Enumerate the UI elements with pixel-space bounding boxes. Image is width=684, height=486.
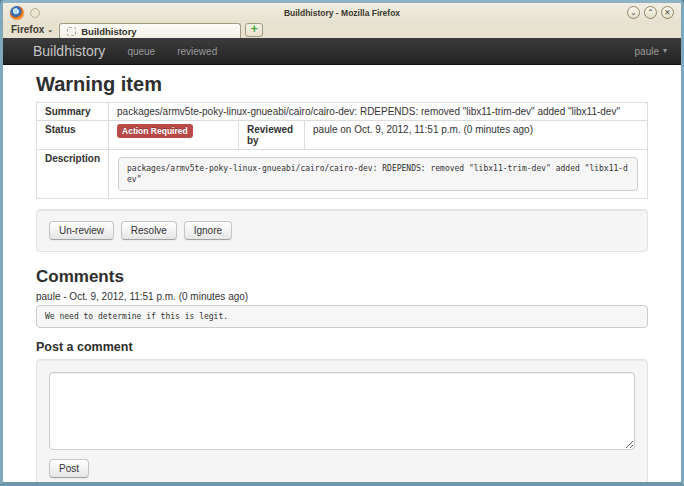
navbar: Buildhistory queue reviewed paule ▾ — [3, 38, 681, 65]
actions-well: Un-review Resolve Ignore — [36, 209, 648, 252]
summary-label: Summary — [37, 103, 109, 121]
titlebar: Buildhistory - Mozilla Firefox ⌄ ⌃ ✕ — [3, 3, 681, 22]
window-title: Buildhistory - Mozilla Firefox — [3, 8, 681, 18]
caret-down-icon: ▾ — [663, 47, 667, 55]
navbar-brand[interactable]: Buildhistory — [33, 43, 105, 59]
user-menu-label: paule — [635, 46, 659, 57]
nav-link-reviewed[interactable]: reviewed — [177, 46, 217, 57]
status-label: Status — [37, 121, 109, 150]
nav-link-queue[interactable]: queue — [127, 46, 155, 57]
firefox-menu-label: Firefox — [11, 24, 44, 35]
description-cell: packages/armv5te-poky-linux-gnueabi/cair… — [109, 150, 648, 199]
close-button[interactable]: ✕ — [661, 6, 674, 19]
post-button[interactable]: Post — [49, 459, 89, 478]
page-viewport: Buildhistory queue reviewed paule ▾ Warn… — [3, 38, 681, 482]
comment-text: We need to determine if this is legit. — [36, 305, 648, 328]
description-label: Description — [37, 150, 109, 199]
post-comment-well: Post — [36, 359, 648, 482]
comment-item: paule - Oct. 9, 2012, 11:51 p.m. (0 minu… — [36, 291, 648, 328]
favicon-placeholder-icon — [67, 27, 76, 36]
page-title: Warning item — [36, 73, 648, 96]
summary-row: Summary packages/armv5te-poky-linux-gnue… — [37, 103, 648, 121]
status-badge: Action Required — [117, 124, 193, 138]
new-tab-button[interactable]: + — [245, 23, 263, 37]
firefox-logo-icon — [10, 6, 24, 20]
summary-value: packages/armv5te-poky-linux-gnueabi/cair… — [109, 103, 648, 121]
description-code-block: packages/armv5te-poky-linux-gnueabi/cair… — [118, 157, 638, 191]
user-menu[interactable]: paule ▾ — [635, 46, 667, 57]
resolve-button[interactable]: Resolve — [121, 221, 177, 240]
comment-textarea[interactable] — [49, 372, 635, 450]
window-controls: ⌄ ⌃ ✕ — [627, 6, 674, 19]
post-comment-heading: Post a comment — [36, 340, 648, 354]
minimize-button[interactable]: ⌄ — [627, 6, 640, 19]
reviewed-by-label: Reviewed by — [239, 121, 305, 150]
browser-tab[interactable]: Buildhistory — [59, 23, 241, 38]
titlebar-dot-icon — [30, 8, 40, 18]
unreview-button[interactable]: Un-review — [49, 221, 114, 240]
maximize-button[interactable]: ⌃ — [644, 6, 657, 19]
chevron-down-icon: ⌄ — [47, 26, 53, 33]
ignore-button[interactable]: Ignore — [184, 221, 232, 240]
status-cell: Action Required — [109, 121, 239, 150]
content-container: Warning item Summary packages/armv5te-po… — [36, 73, 648, 482]
reviewed-by-value: paule on Oct. 9, 2012, 11:51 p.m. (0 min… — [305, 121, 648, 150]
status-row: Status Action Required Reviewed by paule… — [37, 121, 648, 150]
firefox-window: Buildhistory - Mozilla Firefox ⌄ ⌃ ✕ Fir… — [0, 0, 684, 486]
description-row: Description packages/armv5te-poky-linux-… — [37, 150, 648, 199]
comment-byline: paule - Oct. 9, 2012, 11:51 p.m. (0 minu… — [36, 291, 648, 302]
comments-heading: Comments — [36, 267, 648, 287]
firefox-menu-button[interactable]: Firefox ⌄ — [11, 22, 59, 38]
details-table: Summary packages/armv5te-poky-linux-gnue… — [36, 102, 648, 199]
tab-bar: Firefox ⌄ Buildhistory + — [3, 22, 681, 38]
tab-title: Buildhistory — [81, 26, 136, 37]
